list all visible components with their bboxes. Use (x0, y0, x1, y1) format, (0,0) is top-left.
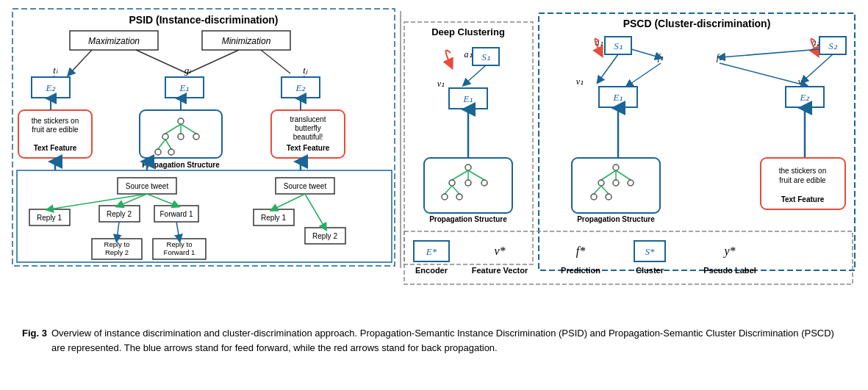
svg-text:translucent: translucent (290, 115, 326, 123)
svg-text:f*: f* (576, 245, 585, 258)
svg-text:Feature Vector: Feature Vector (472, 266, 528, 275)
svg-text:Pseudo Label: Pseudo Label (703, 266, 756, 275)
svg-text:Propagation Structure: Propagation Structure (429, 215, 507, 223)
min-label: Minimization (222, 36, 271, 46)
svg-text:Reply 2: Reply 2 (312, 232, 337, 240)
caption-text: Overview of instance discrimination and … (51, 326, 846, 355)
svg-text:v₂: v₂ (798, 76, 806, 87)
svg-text:Reply 2: Reply 2 (107, 210, 132, 218)
var-tj: tⱼ (303, 65, 308, 76)
svg-text:the stickers on: the stickers on (779, 167, 826, 175)
svg-text:Prediction: Prediction (561, 266, 600, 275)
psid-title: PSID (Instance-discrimination) (129, 14, 278, 26)
svg-line-5 (187, 50, 239, 73)
svg-text:Text Feature: Text Feature (781, 195, 825, 203)
svg-text:v₁: v₁ (576, 76, 584, 87)
svg-text:Source tweet: Source tweet (284, 182, 327, 190)
svg-text:S₁: S₁ (481, 51, 490, 62)
svg-text:beautiful!: beautiful! (293, 133, 323, 141)
svg-text:Cluster: Cluster (636, 266, 664, 275)
fig-number: Fig. 3 (22, 326, 47, 355)
svg-line-79 (465, 65, 486, 84)
svg-text:Reply 1: Reply 1 (261, 214, 286, 222)
svg-text:fruit are edible: fruit are edible (779, 176, 826, 184)
svg-text:PSCD (Cluster-discrimination): PSCD (Cluster-discrimination) (623, 18, 771, 29)
svg-text:E₁: E₁ (613, 92, 623, 103)
svg-text:E₂: E₂ (800, 92, 811, 103)
svg-text:fruit are edible: fruit are edible (32, 126, 79, 134)
svg-text:v*: v* (494, 245, 505, 257)
svg-text:S₁: S₁ (614, 40, 623, 51)
svg-text:Encoder: Encoder (415, 266, 448, 275)
svg-text:Deep Clustering: Deep Clustering (431, 26, 505, 37)
svg-text:E₂: E₂ (295, 82, 306, 93)
main-container: PSID (Instance-discrimination) Maximizat… (11, 7, 857, 358)
svg-text:Source tweet: Source tweet (126, 182, 169, 190)
svg-text:E₂: E₂ (46, 82, 57, 93)
svg-text:Text Feature: Text Feature (34, 144, 77, 152)
svg-text:Propagation Structure: Propagation Structure (142, 161, 220, 169)
svg-text:E*: E* (426, 246, 437, 257)
diagram-svg: PSID (Instance-discrimination) Maximizat… (11, 7, 857, 323)
svg-text:Propagation Structure: Propagation Structure (577, 215, 655, 223)
svg-text:a₁: a₁ (465, 49, 473, 59)
var-ti: tᵢ (53, 65, 58, 76)
svg-text:butterfly: butterfly (295, 124, 321, 132)
svg-line-40 (301, 76, 305, 77)
svg-line-112 (599, 54, 618, 81)
max-label: Maximization (88, 36, 140, 46)
svg-rect-137 (404, 231, 853, 284)
svg-line-108 (631, 49, 659, 57)
svg-line-6 (261, 50, 290, 73)
caption: Fig. 3 Overview of instance discriminati… (11, 323, 857, 358)
svg-text:S₂: S₂ (828, 40, 838, 51)
svg-line-4 (136, 50, 187, 73)
svg-text:E₁: E₁ (179, 82, 190, 93)
svg-line-110 (628, 63, 661, 85)
svg-line-113 (803, 54, 833, 81)
svg-text:the stickers on: the stickers on (32, 117, 79, 125)
svg-text:Forward 1: Forward 1 (164, 248, 196, 256)
svg-text:Text Feature: Text Feature (287, 144, 330, 152)
svg-line-109 (721, 49, 819, 57)
svg-text:y*: y* (722, 245, 735, 258)
svg-text:v₁: v₁ (437, 79, 445, 89)
svg-line-38 (51, 76, 55, 77)
svg-text:Reply 2: Reply 2 (105, 248, 129, 256)
svg-line-111 (720, 63, 805, 85)
svg-text:Reply to: Reply to (167, 240, 193, 248)
svg-text:S*: S* (645, 246, 656, 257)
var-gi: gᵢ (184, 65, 192, 76)
svg-text:Reply to: Reply to (104, 240, 130, 248)
svg-text:Reply 1: Reply 1 (37, 214, 62, 222)
svg-text:Forward 1: Forward 1 (159, 210, 193, 218)
svg-text:E₁: E₁ (463, 93, 473, 104)
svg-line-3 (70, 50, 92, 73)
